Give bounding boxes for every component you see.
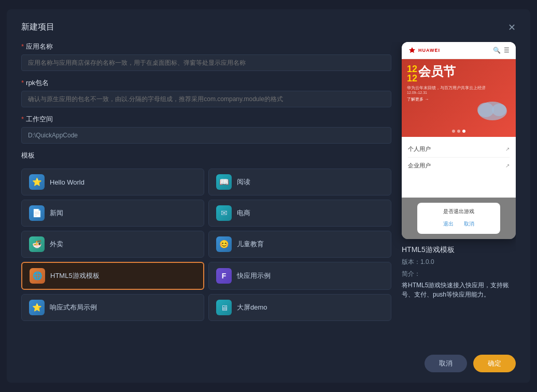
required-marker: * [21, 43, 24, 50]
rpk-name-input[interactable] [21, 91, 391, 107]
templates-section-title: 模板 [21, 151, 391, 160]
phone-header: HUAWEI 🔍 ☰ [402, 42, 516, 59]
banner-desc2: 12.09–12.31 [407, 91, 486, 94]
template-label-bigscreen: 大屏demo [237, 303, 267, 312]
template-info-desc-label: 简介： [402, 270, 516, 278]
phone-dialog-exit-btn[interactable]: 退出 [440, 219, 457, 229]
huawei-logo: HUAWEI [408, 46, 440, 54]
required-marker-2: * [21, 79, 24, 87]
workspace-label: *工作空间 [21, 115, 391, 124]
template-label-reading: 阅读 [237, 177, 250, 187]
rpk-name-group: *rpk包名 [21, 78, 391, 107]
template-icon-hello-world: ⭐ [29, 174, 45, 190]
preview-phone: HUAWEI 🔍 ☰ 12 12 [402, 42, 516, 239]
template-icon-responsive: ⭐ [29, 300, 45, 315]
phone-dialog-inner: 是否退出游戏 退出 取消 [417, 203, 500, 234]
new-project-dialog: 新建项目 ✕ *应用名称 *rpk包名 *工作空间 [7, 9, 530, 383]
template-item-responsive[interactable]: ⭐ 响应式布局示例 [21, 294, 204, 321]
menu-item-personal-label: 个人用户 [408, 145, 431, 153]
template-label-takeout: 外卖 [50, 240, 63, 249]
template-item-hello-world[interactable]: ⭐ Hello World [21, 169, 204, 195]
phone-dialog-buttons: 退出 取消 [426, 219, 492, 229]
rpk-name-label: *rpk包名 [21, 78, 391, 88]
menu-item-enterprise-label: 企业用户 [408, 162, 431, 170]
dot-2 [457, 130, 460, 133]
dialog-header: 新建项目 ✕ [21, 22, 516, 33]
confirm-button[interactable]: 确定 [473, 355, 516, 372]
template-item-takeout[interactable]: 🍜 外卖 [21, 231, 204, 258]
menu-item-personal: 个人用户 ↗ [408, 141, 510, 158]
template-icon-html5-game: 🌐 [30, 268, 45, 284]
template-icon-takeout: 🍜 [29, 236, 45, 252]
template-item-kids-edu[interactable]: 😊 儿童教育 [208, 231, 391, 258]
phone-overlay-dialog: 是否退出游戏 退出 取消 [402, 198, 516, 239]
template-info-version: 版本：1.0.0 [402, 258, 516, 267]
dot-1 [452, 130, 455, 133]
dialog-body: *应用名称 *rpk包名 *工作空间 模板 ⭐ Hel [21, 42, 516, 340]
app-name-group: *应用名称 [21, 42, 391, 71]
banner-dots [452, 130, 465, 133]
banner-title: 会员节 [418, 65, 456, 78]
huawei-brand-text: HUAWEI [418, 48, 440, 53]
cloud-decoration [474, 95, 511, 121]
external-link-icon-enterprise: ↗ [505, 163, 510, 169]
template-info-title: HTML5游戏模板 [402, 245, 516, 255]
menu-icon: ☰ [504, 47, 510, 54]
template-item-quickapp-demo[interactable]: F 快应用示例 [208, 262, 391, 290]
phone-menu: 个人用户 ↗ 企业用户 ↗ [402, 137, 516, 178]
template-item-news[interactable]: 📄 新闻 [21, 200, 204, 227]
svg-point-1 [477, 103, 494, 117]
template-icon-bigscreen: 🖥 [216, 300, 232, 315]
search-icon: 🔍 [493, 47, 501, 54]
template-icon-reading: 📖 [216, 174, 232, 190]
menu-item-enterprise: 企业用户 ↗ [408, 158, 510, 174]
phone-top-icons: 🔍 ☰ [493, 47, 510, 54]
banner-date-bottom: 12 [407, 74, 417, 83]
close-button[interactable]: ✕ [508, 23, 516, 32]
template-grid: ⭐ Hello World 📖 阅读 📄 新闻 ✉ 电商 🍜 外卖 [21, 169, 391, 321]
template-label-hello-world: Hello World [50, 178, 84, 186]
dot-3 [462, 130, 465, 133]
template-label-kids-edu: 儿童教育 [237, 240, 264, 249]
workspace-group: *工作空间 [21, 115, 391, 144]
banner-date-top: 12 [407, 64, 417, 74]
template-label-ecommerce: 电商 [237, 208, 250, 218]
template-icon-quickapp-demo: F [216, 268, 232, 284]
left-panel: *应用名称 *rpk包名 *工作空间 模板 ⭐ Hel [21, 42, 391, 340]
template-label-responsive: 响应式布局示例 [50, 303, 97, 312]
template-item-ecommerce[interactable]: ✉ 电商 [208, 200, 391, 227]
phone-dialog-title: 是否退出游戏 [426, 208, 492, 215]
phone-dialog-cancel-btn[interactable]: 取消 [461, 219, 477, 229]
right-panel: HUAWEI 🔍 ☰ 12 12 [402, 42, 516, 340]
template-item-html5-game[interactable]: 🌐 HTML5游戏模板 [21, 262, 204, 290]
phone-banner: 12 12 会员节 华为云年末回馈，与百万用户共享云上经济 12.09–12.3… [402, 59, 516, 137]
template-icon-ecommerce: ✉ [216, 205, 232, 221]
template-label-quickapp-demo: 快应用示例 [237, 271, 271, 281]
banner-desc1: 华为云年末回馈，与百万用户共享云上经济 [407, 85, 486, 91]
template-label-html5-game: HTML5游戏模板 [50, 271, 100, 281]
template-info: HTML5游戏模板 版本：1.0.0 简介： 将HTML5游戏快速接入快应用，支… [402, 245, 516, 299]
svg-point-2 [492, 104, 506, 116]
dialog-footer: 取消 确定 [21, 348, 516, 372]
required-marker-3: * [21, 115, 24, 123]
template-item-reading[interactable]: 📖 阅读 [208, 169, 391, 195]
app-name-input[interactable] [21, 54, 391, 71]
template-label-news: 新闻 [50, 208, 63, 218]
workspace-input[interactable] [21, 127, 391, 144]
dialog-title: 新建项目 [21, 22, 54, 33]
template-info-desc: 将HTML5游戏快速接入快应用，支持账号、支付、push等快应用能力。 [402, 281, 516, 299]
template-icon-news: 📄 [29, 205, 45, 221]
cancel-button[interactable]: 取消 [425, 355, 467, 372]
app-name-label: *应用名称 [21, 42, 391, 51]
template-item-bigscreen[interactable]: 🖥 大屏demo [208, 294, 391, 321]
template-icon-kids-edu: 😊 [216, 236, 232, 252]
external-link-icon-personal: ↗ [505, 146, 510, 152]
